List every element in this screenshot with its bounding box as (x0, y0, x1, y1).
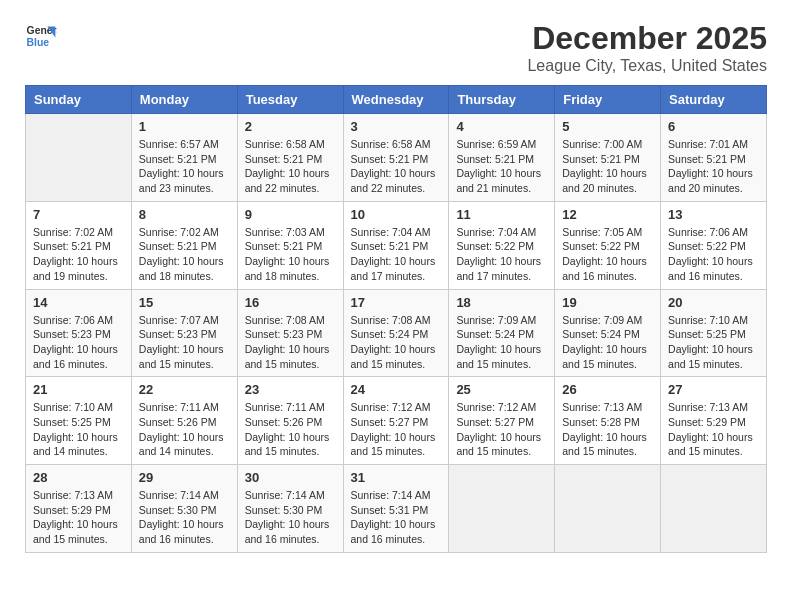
day-number: 2 (245, 119, 336, 134)
logo: General Blue (25, 20, 57, 52)
week-row-1: 7Sunrise: 7:02 AM Sunset: 5:21 PM Daylig… (26, 201, 767, 289)
logo-icon: General Blue (25, 20, 57, 52)
day-number: 5 (562, 119, 653, 134)
weekday-friday: Friday (555, 86, 661, 114)
weekday-sunday: Sunday (26, 86, 132, 114)
day-number: 27 (668, 382, 759, 397)
day-number: 12 (562, 207, 653, 222)
day-info: Sunrise: 7:07 AM Sunset: 5:23 PM Dayligh… (139, 313, 230, 372)
calendar-cell: 24Sunrise: 7:12 AM Sunset: 5:27 PM Dayli… (343, 377, 449, 465)
calendar-cell: 2Sunrise: 6:58 AM Sunset: 5:21 PM Daylig… (237, 114, 343, 202)
svg-text:Blue: Blue (27, 37, 50, 48)
calendar-cell: 27Sunrise: 7:13 AM Sunset: 5:29 PM Dayli… (661, 377, 767, 465)
weekday-tuesday: Tuesday (237, 86, 343, 114)
day-number: 15 (139, 295, 230, 310)
day-number: 29 (139, 470, 230, 485)
week-row-4: 28Sunrise: 7:13 AM Sunset: 5:29 PM Dayli… (26, 465, 767, 553)
calendar-body: 1Sunrise: 6:57 AM Sunset: 5:21 PM Daylig… (26, 114, 767, 553)
day-number: 28 (33, 470, 124, 485)
day-info: Sunrise: 7:00 AM Sunset: 5:21 PM Dayligh… (562, 137, 653, 196)
calendar-cell: 7Sunrise: 7:02 AM Sunset: 5:21 PM Daylig… (26, 201, 132, 289)
day-number: 18 (456, 295, 547, 310)
day-info: Sunrise: 7:11 AM Sunset: 5:26 PM Dayligh… (139, 400, 230, 459)
day-number: 26 (562, 382, 653, 397)
day-number: 10 (351, 207, 442, 222)
day-info: Sunrise: 7:12 AM Sunset: 5:27 PM Dayligh… (456, 400, 547, 459)
calendar-cell: 17Sunrise: 7:08 AM Sunset: 5:24 PM Dayli… (343, 289, 449, 377)
calendar-cell: 19Sunrise: 7:09 AM Sunset: 5:24 PM Dayli… (555, 289, 661, 377)
calendar-cell: 9Sunrise: 7:03 AM Sunset: 5:21 PM Daylig… (237, 201, 343, 289)
day-number: 8 (139, 207, 230, 222)
day-info: Sunrise: 7:14 AM Sunset: 5:30 PM Dayligh… (245, 488, 336, 547)
day-info: Sunrise: 6:57 AM Sunset: 5:21 PM Dayligh… (139, 137, 230, 196)
calendar-cell: 29Sunrise: 7:14 AM Sunset: 5:30 PM Dayli… (131, 465, 237, 553)
day-info: Sunrise: 7:01 AM Sunset: 5:21 PM Dayligh… (668, 137, 759, 196)
calendar-cell: 25Sunrise: 7:12 AM Sunset: 5:27 PM Dayli… (449, 377, 555, 465)
day-number: 24 (351, 382, 442, 397)
calendar-cell: 30Sunrise: 7:14 AM Sunset: 5:30 PM Dayli… (237, 465, 343, 553)
weekday-thursday: Thursday (449, 86, 555, 114)
day-info: Sunrise: 7:08 AM Sunset: 5:24 PM Dayligh… (351, 313, 442, 372)
location-title: League City, Texas, United States (527, 57, 767, 75)
calendar-cell: 26Sunrise: 7:13 AM Sunset: 5:28 PM Dayli… (555, 377, 661, 465)
day-number: 7 (33, 207, 124, 222)
weekday-header-row: SundayMondayTuesdayWednesdayThursdayFrid… (26, 86, 767, 114)
calendar-cell: 28Sunrise: 7:13 AM Sunset: 5:29 PM Dayli… (26, 465, 132, 553)
week-row-2: 14Sunrise: 7:06 AM Sunset: 5:23 PM Dayli… (26, 289, 767, 377)
calendar-cell: 20Sunrise: 7:10 AM Sunset: 5:25 PM Dayli… (661, 289, 767, 377)
title-section: December 2025 League City, Texas, United… (527, 20, 767, 75)
calendar-cell: 8Sunrise: 7:02 AM Sunset: 5:21 PM Daylig… (131, 201, 237, 289)
day-number: 17 (351, 295, 442, 310)
week-row-3: 21Sunrise: 7:10 AM Sunset: 5:25 PM Dayli… (26, 377, 767, 465)
day-info: Sunrise: 7:04 AM Sunset: 5:21 PM Dayligh… (351, 225, 442, 284)
calendar-cell: 15Sunrise: 7:07 AM Sunset: 5:23 PM Dayli… (131, 289, 237, 377)
calendar-cell: 3Sunrise: 6:58 AM Sunset: 5:21 PM Daylig… (343, 114, 449, 202)
day-info: Sunrise: 7:03 AM Sunset: 5:21 PM Dayligh… (245, 225, 336, 284)
day-number: 9 (245, 207, 336, 222)
day-info: Sunrise: 7:13 AM Sunset: 5:28 PM Dayligh… (562, 400, 653, 459)
calendar-cell: 1Sunrise: 6:57 AM Sunset: 5:21 PM Daylig… (131, 114, 237, 202)
day-number: 20 (668, 295, 759, 310)
calendar-cell: 18Sunrise: 7:09 AM Sunset: 5:24 PM Dayli… (449, 289, 555, 377)
day-number: 13 (668, 207, 759, 222)
day-number: 6 (668, 119, 759, 134)
week-row-0: 1Sunrise: 6:57 AM Sunset: 5:21 PM Daylig… (26, 114, 767, 202)
day-number: 31 (351, 470, 442, 485)
calendar-cell: 23Sunrise: 7:11 AM Sunset: 5:26 PM Dayli… (237, 377, 343, 465)
calendar-cell: 10Sunrise: 7:04 AM Sunset: 5:21 PM Dayli… (343, 201, 449, 289)
day-info: Sunrise: 7:04 AM Sunset: 5:22 PM Dayligh… (456, 225, 547, 284)
calendar-cell: 13Sunrise: 7:06 AM Sunset: 5:22 PM Dayli… (661, 201, 767, 289)
day-info: Sunrise: 7:14 AM Sunset: 5:30 PM Dayligh… (139, 488, 230, 547)
calendar-cell: 16Sunrise: 7:08 AM Sunset: 5:23 PM Dayli… (237, 289, 343, 377)
day-info: Sunrise: 7:06 AM Sunset: 5:23 PM Dayligh… (33, 313, 124, 372)
calendar-cell: 6Sunrise: 7:01 AM Sunset: 5:21 PM Daylig… (661, 114, 767, 202)
calendar-cell: 12Sunrise: 7:05 AM Sunset: 5:22 PM Dayli… (555, 201, 661, 289)
day-info: Sunrise: 7:10 AM Sunset: 5:25 PM Dayligh… (668, 313, 759, 372)
calendar-cell: 22Sunrise: 7:11 AM Sunset: 5:26 PM Dayli… (131, 377, 237, 465)
day-info: Sunrise: 7:13 AM Sunset: 5:29 PM Dayligh… (668, 400, 759, 459)
day-info: Sunrise: 6:58 AM Sunset: 5:21 PM Dayligh… (245, 137, 336, 196)
day-number: 19 (562, 295, 653, 310)
day-number: 16 (245, 295, 336, 310)
calendar-cell: 11Sunrise: 7:04 AM Sunset: 5:22 PM Dayli… (449, 201, 555, 289)
calendar-cell: 14Sunrise: 7:06 AM Sunset: 5:23 PM Dayli… (26, 289, 132, 377)
day-info: Sunrise: 7:13 AM Sunset: 5:29 PM Dayligh… (33, 488, 124, 547)
day-number: 23 (245, 382, 336, 397)
calendar-cell (449, 465, 555, 553)
day-number: 11 (456, 207, 547, 222)
day-number: 4 (456, 119, 547, 134)
day-info: Sunrise: 7:09 AM Sunset: 5:24 PM Dayligh… (562, 313, 653, 372)
day-info: Sunrise: 7:14 AM Sunset: 5:31 PM Dayligh… (351, 488, 442, 547)
day-number: 25 (456, 382, 547, 397)
weekday-saturday: Saturday (661, 86, 767, 114)
day-info: Sunrise: 7:06 AM Sunset: 5:22 PM Dayligh… (668, 225, 759, 284)
month-title: December 2025 (527, 20, 767, 57)
day-info: Sunrise: 6:59 AM Sunset: 5:21 PM Dayligh… (456, 137, 547, 196)
day-info: Sunrise: 7:11 AM Sunset: 5:26 PM Dayligh… (245, 400, 336, 459)
calendar-cell (661, 465, 767, 553)
day-number: 21 (33, 382, 124, 397)
day-info: Sunrise: 7:05 AM Sunset: 5:22 PM Dayligh… (562, 225, 653, 284)
weekday-wednesday: Wednesday (343, 86, 449, 114)
weekday-monday: Monday (131, 86, 237, 114)
day-info: Sunrise: 7:09 AM Sunset: 5:24 PM Dayligh… (456, 313, 547, 372)
